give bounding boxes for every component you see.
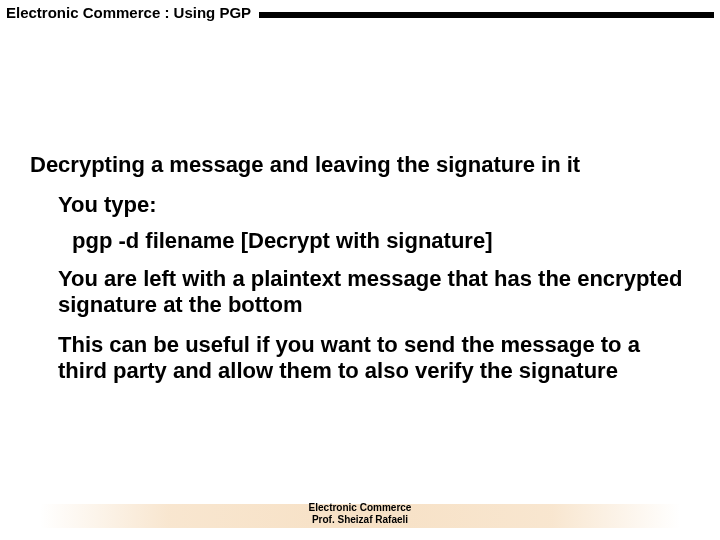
paragraph-2: This can be useful if you want to send t… (58, 332, 690, 384)
command-line: pgp -d filename [Decrypt with signature] (72, 228, 690, 254)
paragraph-1: You are left with a plaintext message th… (58, 266, 690, 318)
slide-content: Decrypting a message and leaving the sig… (0, 22, 720, 384)
slide-footer: Electronic Commerce Prof. Sheizaf Rafael… (0, 502, 720, 526)
footer-line-2: Prof. Sheizaf Rafaeli (0, 514, 720, 526)
you-type-label: You type: (58, 192, 690, 218)
slide-header: Electronic Commerce : Using PGP (0, 0, 720, 22)
footer-line-1: Electronic Commerce (0, 502, 720, 514)
slide-title: Electronic Commerce : Using PGP (0, 4, 259, 21)
content-heading: Decrypting a message and leaving the sig… (30, 152, 690, 178)
